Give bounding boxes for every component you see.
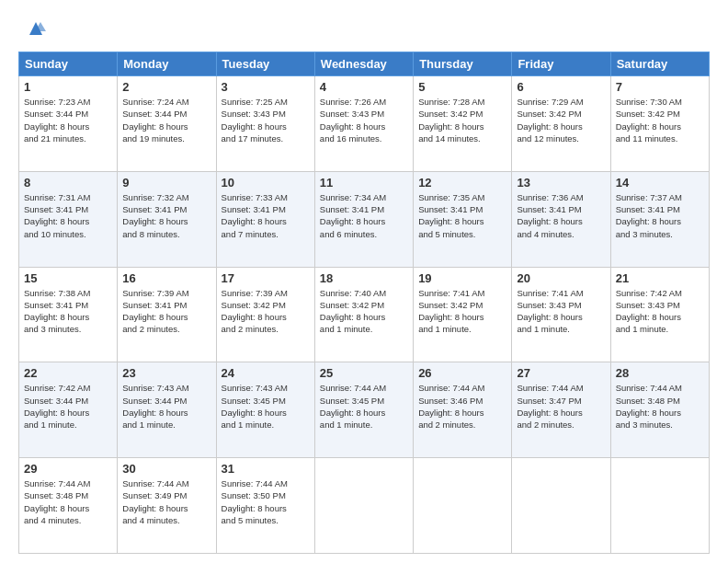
weekday-header-row: SundayMondayTuesdayWednesdayThursdayFrid… <box>19 52 710 76</box>
calendar-cell: 6Sunrise: 7:29 AMSunset: 3:42 PMDaylight… <box>512 76 610 172</box>
cell-line: and 3 minutes. <box>616 228 704 240</box>
cell-text: Sunrise: 7:42 AMSunset: 3:44 PMDaylight:… <box>24 382 112 431</box>
cell-line: Sunset: 3:44 PM <box>24 108 112 120</box>
cell-line: Daylight: 8 hours <box>222 215 310 227</box>
cell-line: Sunrise: 7:43 AM <box>222 382 310 394</box>
cell-line: Sunset: 3:44 PM <box>122 108 210 120</box>
logo <box>18 15 50 42</box>
cell-text: Sunrise: 7:43 AMSunset: 3:44 PMDaylight:… <box>122 382 210 431</box>
cell-line: Sunrise: 7:44 AM <box>122 477 210 489</box>
cell-text: Sunrise: 7:44 AMSunset: 3:50 PMDaylight:… <box>222 477 310 526</box>
calendar-row-3: 22Sunrise: 7:42 AMSunset: 3:44 PMDayligh… <box>19 362 710 458</box>
cell-line: Sunrise: 7:44 AM <box>517 382 605 394</box>
calendar-cell: 9Sunrise: 7:32 AMSunset: 3:41 PMDaylight… <box>118 171 216 267</box>
cell-line: Sunrise: 7:25 AM <box>222 96 310 108</box>
day-number: 6 <box>517 80 605 94</box>
cell-line: Sunset: 3:41 PM <box>418 203 506 215</box>
cell-text: Sunrise: 7:44 AMSunset: 3:48 PMDaylight:… <box>616 382 704 431</box>
cell-line: Daylight: 8 hours <box>24 121 112 132</box>
cell-line: Sunset: 3:41 PM <box>24 203 112 215</box>
cell-text: Sunrise: 7:25 AMSunset: 3:43 PMDaylight:… <box>222 96 310 144</box>
cell-line: Sunset: 3:47 PM <box>517 395 605 407</box>
cell-text: Sunrise: 7:36 AMSunset: 3:41 PMDaylight:… <box>517 191 605 240</box>
day-number: 5 <box>418 80 506 94</box>
cell-line: Sunrise: 7:44 AM <box>418 382 506 394</box>
day-number: 22 <box>24 366 112 380</box>
calendar-cell: 23Sunrise: 7:43 AMSunset: 3:44 PMDayligh… <box>118 362 216 458</box>
calendar-cell: 11Sunrise: 7:34 AMSunset: 3:41 PMDayligh… <box>314 171 413 267</box>
weekday-saturday: Saturday <box>610 52 709 76</box>
cell-line: Daylight: 8 hours <box>122 311 210 323</box>
cell-text: Sunrise: 7:42 AMSunset: 3:43 PMDaylight:… <box>616 287 704 336</box>
calendar-cell: 10Sunrise: 7:33 AMSunset: 3:41 PMDayligh… <box>216 171 314 267</box>
day-number: 7 <box>616 80 704 94</box>
cell-line: Sunrise: 7:39 AM <box>222 287 310 299</box>
cell-line: Sunrise: 7:40 AM <box>320 287 408 299</box>
cell-line: Sunrise: 7:28 AM <box>418 96 506 108</box>
weekday-thursday: Thursday <box>414 52 512 76</box>
cell-line: and 1 minute. <box>122 419 210 431</box>
cell-line: Daylight: 8 hours <box>24 215 112 227</box>
day-number: 28 <box>616 366 704 380</box>
cell-text: Sunrise: 7:35 AMSunset: 3:41 PMDaylight:… <box>418 191 506 240</box>
cell-line: Sunrise: 7:31 AM <box>24 191 112 203</box>
calendar-cell: 14Sunrise: 7:37 AMSunset: 3:41 PMDayligh… <box>610 171 709 267</box>
cell-line: and 21 minutes. <box>24 132 112 144</box>
day-number: 13 <box>517 176 605 190</box>
cell-line: and 12 minutes. <box>517 132 605 144</box>
day-number: 15 <box>24 271 112 285</box>
cell-text: Sunrise: 7:26 AMSunset: 3:43 PMDaylight:… <box>320 96 408 144</box>
cell-line: Daylight: 8 hours <box>320 311 408 323</box>
cell-line: Daylight: 8 hours <box>222 311 310 323</box>
cell-text: Sunrise: 7:34 AMSunset: 3:41 PMDaylight:… <box>320 191 408 240</box>
calendar-cell: 17Sunrise: 7:39 AMSunset: 3:42 PMDayligh… <box>216 267 314 362</box>
cell-line: Sunrise: 7:41 AM <box>517 287 605 299</box>
logo-icon <box>22 15 50 42</box>
day-number: 1 <box>24 80 112 94</box>
cell-line: and 4 minutes. <box>24 514 112 526</box>
cell-line: Daylight: 8 hours <box>222 502 310 514</box>
day-number: 3 <box>222 80 310 94</box>
cell-line: Daylight: 8 hours <box>616 311 704 323</box>
cell-line: and 5 minutes. <box>222 514 310 526</box>
cell-line: and 14 minutes. <box>418 132 506 144</box>
cell-line: and 1 minute. <box>418 323 506 335</box>
day-number: 14 <box>616 176 704 190</box>
cell-line: and 1 minute. <box>320 323 408 335</box>
cell-line: and 2 minutes. <box>222 323 310 335</box>
cell-line: Daylight: 8 hours <box>320 121 408 132</box>
cell-text: Sunrise: 7:41 AMSunset: 3:43 PMDaylight:… <box>517 287 605 336</box>
cell-text: Sunrise: 7:39 AMSunset: 3:42 PMDaylight:… <box>222 287 310 336</box>
cell-line: Sunrise: 7:23 AM <box>24 96 112 108</box>
cell-text: Sunrise: 7:44 AMSunset: 3:45 PMDaylight:… <box>320 382 408 431</box>
cell-line: Sunset: 3:41 PM <box>616 203 704 215</box>
cell-line: Daylight: 8 hours <box>222 121 310 132</box>
day-number: 16 <box>122 271 210 285</box>
cell-line: Sunset: 3:42 PM <box>517 108 605 120</box>
cell-line: and 17 minutes. <box>222 132 310 144</box>
calendar-cell: 12Sunrise: 7:35 AMSunset: 3:41 PMDayligh… <box>414 171 512 267</box>
calendar-cell: 21Sunrise: 7:42 AMSunset: 3:43 PMDayligh… <box>610 267 709 362</box>
calendar-cell: 8Sunrise: 7:31 AMSunset: 3:41 PMDaylight… <box>19 171 118 267</box>
cell-line: and 2 minutes. <box>122 323 210 335</box>
cell-line: Sunrise: 7:34 AM <box>320 191 408 203</box>
cell-text: Sunrise: 7:41 AMSunset: 3:42 PMDaylight:… <box>418 287 506 336</box>
cell-line: Sunrise: 7:35 AM <box>418 191 506 203</box>
calendar-cell: 19Sunrise: 7:41 AMSunset: 3:42 PMDayligh… <box>414 267 512 362</box>
cell-line: and 1 minute. <box>320 419 408 431</box>
cell-text: Sunrise: 7:44 AMSunset: 3:48 PMDaylight:… <box>24 477 112 526</box>
cell-text: Sunrise: 7:43 AMSunset: 3:45 PMDaylight:… <box>222 382 310 431</box>
cell-line: Sunrise: 7:38 AM <box>24 287 112 299</box>
cell-line: Daylight: 8 hours <box>122 215 210 227</box>
day-number: 19 <box>418 271 506 285</box>
day-number: 27 <box>517 366 605 380</box>
cell-line: and 5 minutes. <box>418 228 506 240</box>
calendar-cell: 15Sunrise: 7:38 AMSunset: 3:41 PMDayligh… <box>19 267 118 362</box>
cell-line: Sunset: 3:42 PM <box>222 299 310 311</box>
cell-line: and 7 minutes. <box>222 228 310 240</box>
cell-line: Sunset: 3:41 PM <box>320 203 408 215</box>
calendar-cell: 16Sunrise: 7:39 AMSunset: 3:41 PMDayligh… <box>118 267 216 362</box>
cell-line: Sunrise: 7:39 AM <box>122 287 210 299</box>
cell-line: Daylight: 8 hours <box>24 407 112 419</box>
cell-line: Sunrise: 7:30 AM <box>616 96 704 108</box>
